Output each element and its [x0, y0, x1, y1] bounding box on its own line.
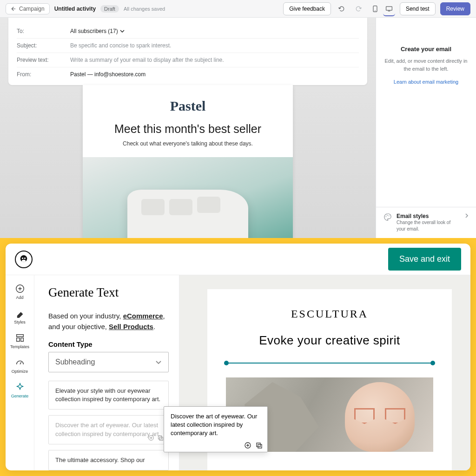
svg-point-3	[386, 216, 387, 217]
chevron-down-icon	[155, 360, 162, 364]
sidebar-title: Create your email	[384, 46, 468, 53]
svg-point-4	[387, 215, 388, 216]
review-button[interactable]: Review	[440, 2, 470, 15]
bottom-header: Save and exit	[6, 244, 470, 275]
to-label: To:	[17, 28, 70, 34]
handle-left-icon[interactable]	[224, 361, 229, 365]
svg-point-1	[375, 10, 376, 11]
preview-text-label: Preview text:	[17, 57, 70, 63]
copy-icon[interactable]	[255, 442, 263, 449]
copy-icon[interactable]	[157, 435, 164, 441]
redo-icon	[355, 5, 362, 13]
redo-button[interactable]	[352, 3, 364, 15]
undo-icon	[338, 5, 345, 13]
svg-point-7	[22, 257, 23, 258]
email-header-card: To: All subscribers (17) Subject: Be spe…	[8, 18, 367, 85]
to-dropdown[interactable]: All subscribers (17)	[70, 28, 359, 34]
svg-rect-11	[16, 335, 23, 337]
subject-label: Subject:	[17, 42, 70, 49]
email-preview[interactable]: Pastel Meet this month's best seller Che…	[83, 85, 293, 238]
email-styles-row[interactable]: Email styles Change the overall look of …	[376, 207, 476, 238]
objective-link[interactable]: Sell Products	[109, 323, 153, 331]
content-type-select[interactable]: Subheading	[48, 352, 169, 372]
back-campaign-button[interactable]: Campaign	[6, 3, 50, 14]
undo-button[interactable]	[336, 3, 348, 15]
suggestion-2[interactable]: Discover the art of eyewear. Our latest …	[48, 415, 169, 444]
email-canvas: To: All subscribers (17) Subject: Be spe…	[0, 18, 376, 238]
plus-circle-icon[interactable]	[244, 442, 251, 449]
give-feedback-button[interactable]: Give feedback	[283, 2, 331, 15]
email-headline[interactable]: Meet this month's best seller	[97, 122, 279, 136]
mailchimp-logo[interactable]	[15, 251, 33, 268]
shoe-illustration	[127, 190, 248, 238]
svg-point-8	[24, 257, 26, 258]
styles-title: Email styles	[397, 213, 460, 219]
content-type-label: Content Type	[48, 340, 169, 348]
industry-link[interactable]: eCommerce	[123, 312, 163, 320]
email-subhead[interactable]: Check out what everyone's talking about …	[97, 140, 279, 147]
selection-divider[interactable]	[226, 361, 433, 365]
plus-circle-icon	[15, 284, 25, 294]
rail-templates[interactable]: Templates	[7, 330, 33, 352]
paint-icon	[15, 308, 25, 318]
mobile-view-button[interactable]	[369, 3, 381, 15]
rail-styles[interactable]: Styles	[7, 305, 33, 327]
right-sidebar: Create your email Edit, add, or move con…	[376, 18, 476, 238]
preview-text-input[interactable]: Write a summary of your email to display…	[70, 57, 359, 63]
device-toggle	[369, 3, 395, 15]
email2-headline[interactable]: Evoke your creative spirit	[226, 333, 433, 348]
rail-generate[interactable]: Generate	[7, 379, 33, 401]
svg-rect-19	[258, 444, 262, 448]
top-toolbar: Campaign Untitled activity Draft All cha…	[0, 0, 476, 18]
suggestion-3[interactable]: The ultimate accessory. Shop our	[48, 450, 169, 470]
svg-rect-18	[257, 443, 260, 447]
from-value[interactable]: Pastel — info@shoestore.com	[70, 71, 359, 78]
rail-add[interactable]: Add	[7, 281, 33, 303]
styles-desc: Change the overall look of your email.	[397, 219, 460, 232]
to-value: All subscribers (17)	[70, 28, 118, 34]
arrow-left-icon	[11, 6, 16, 12]
monkey-icon	[18, 253, 30, 265]
svg-point-5	[389, 215, 390, 216]
svg-point-9	[22, 259, 26, 262]
activity-title[interactable]: Untitled activity	[54, 6, 96, 12]
glasses-illustration	[354, 408, 405, 424]
brand-logo: Pastel	[97, 98, 279, 114]
suggestion-popover[interactable]: Discover the art of eyewear. Our latest …	[164, 406, 268, 452]
svg-rect-2	[386, 7, 392, 10]
panel-title: Generate Text	[48, 285, 169, 300]
gauge-icon	[15, 357, 25, 368]
chevron-right-icon	[465, 213, 469, 218]
desktop-view-button[interactable]	[383, 4, 395, 16]
popover-text: Discover the art of eyewear. Our latest …	[171, 413, 257, 436]
back-label: Campaign	[19, 6, 45, 12]
panel-description: Based on your industry, eCommerce, and y…	[48, 311, 169, 332]
rail-optimize[interactable]: Optimize	[7, 355, 33, 377]
product-image[interactable]	[83, 157, 293, 238]
plus-circle-icon[interactable]	[148, 435, 154, 441]
sidebar-description: Edit, add, or move content directly in t…	[384, 57, 468, 73]
learn-more-link[interactable]: Learn about email marketing	[384, 79, 468, 85]
content-type-value: Subheading	[55, 358, 95, 366]
from-label: From:	[17, 71, 70, 78]
draft-badge: Draft	[100, 5, 119, 13]
caret-down-icon	[120, 30, 125, 33]
send-test-button[interactable]: Send test	[400, 2, 436, 15]
palette-icon	[383, 213, 392, 221]
handle-right-icon[interactable]	[430, 361, 435, 365]
generate-panel: Generate Text Based on your industry, eC…	[34, 275, 179, 470]
brand-logo-2: ESCULTURA	[226, 308, 433, 320]
save-and-exit-button[interactable]: Save and exit	[388, 248, 461, 271]
left-rail: Add Styles Templates Optimize Generate	[6, 275, 34, 470]
svg-rect-12	[16, 338, 19, 341]
mobile-icon	[371, 5, 379, 13]
subject-input[interactable]: Be specific and concise to spark interes…	[70, 42, 359, 49]
generate-text-app: Save and exit Add Styles Templates O	[0, 238, 476, 476]
save-status: All changes saved	[124, 6, 165, 12]
template-icon	[15, 333, 25, 343]
svg-rect-15	[159, 436, 162, 439]
sparkle-icon	[15, 382, 25, 392]
desktop-icon	[385, 5, 393, 13]
suggestion-1[interactable]: Elevate your style with our eyewear coll…	[48, 381, 169, 410]
email-editor-app: Campaign Untitled activity Draft All cha…	[0, 0, 476, 238]
